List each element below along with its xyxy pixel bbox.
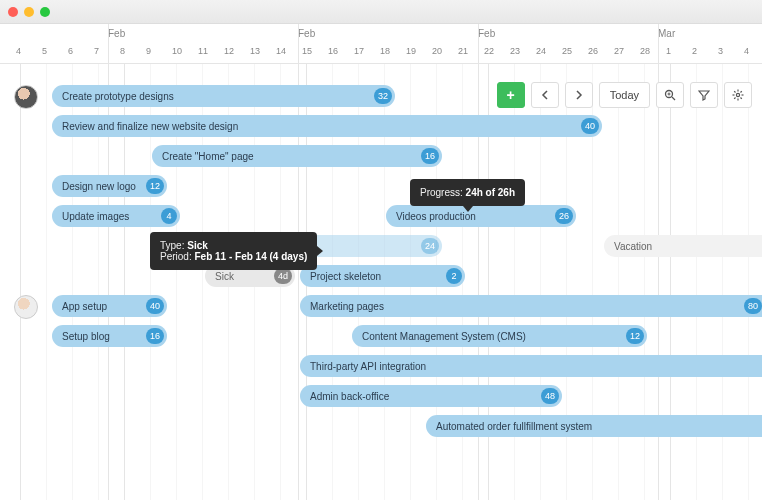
task-label: Design new logo: [62, 181, 136, 192]
day-label: 5: [42, 46, 47, 56]
task-badge: 12: [626, 328, 644, 344]
day-label: 24: [536, 46, 546, 56]
task-bar-blog[interactable]: Setup blog16: [52, 325, 167, 347]
day-label: 12: [224, 46, 234, 56]
day-label: 23: [510, 46, 520, 56]
task-bar-app[interactable]: App setup40: [52, 295, 167, 317]
window-title-bar: [0, 0, 762, 24]
day-label: 26: [588, 46, 598, 56]
day-label: 16: [328, 46, 338, 56]
next-button[interactable]: [565, 82, 593, 108]
task-label: Third-party API integration: [310, 361, 426, 372]
day-label: 15: [302, 46, 312, 56]
task-label: Review and finalize new website design: [62, 121, 238, 132]
task-label: Marketing pages: [310, 301, 384, 312]
month-label: Feb: [108, 28, 125, 39]
task-badge: 16: [146, 328, 164, 344]
tooltip-progress-value: 24h of 26h: [466, 187, 515, 198]
tooltip-type-label: Type:: [160, 240, 184, 251]
settings-button[interactable]: [724, 82, 752, 108]
task-badge: 48: [541, 388, 559, 404]
maximize-window-dot[interactable]: [40, 7, 50, 17]
svg-line-11: [734, 98, 735, 99]
task-badge: 2: [446, 268, 462, 284]
task-label: Videos production: [396, 211, 476, 222]
day-label: 7: [94, 46, 99, 56]
toolbar: + Today: [497, 82, 752, 108]
day-label: 22: [484, 46, 494, 56]
task-badge: 40: [146, 298, 164, 314]
task-badge: 24: [421, 238, 439, 254]
day-label: 19: [406, 46, 416, 56]
day-label: 3: [718, 46, 723, 56]
svg-line-10: [741, 98, 742, 99]
add-button[interactable]: +: [497, 82, 525, 108]
tooltip-period-value: Feb 11 - Feb 14 (4 days): [194, 251, 307, 262]
day-label: 6: [68, 46, 73, 56]
user-avatar-1[interactable]: [14, 85, 38, 109]
task-bar-videos[interactable]: Videos production26: [386, 205, 576, 227]
tooltip-progress-label: Progress:: [420, 187, 463, 198]
filter-button[interactable]: [690, 82, 718, 108]
day-label: 4: [744, 46, 749, 56]
task-label: Setup blog: [62, 331, 110, 342]
task-badge: 40: [581, 118, 599, 134]
prev-button[interactable]: [531, 82, 559, 108]
day-label: 2: [692, 46, 697, 56]
svg-line-1: [672, 97, 675, 100]
day-label: 20: [432, 46, 442, 56]
task-badge: 16: [421, 148, 439, 164]
close-window-dot[interactable]: [8, 7, 18, 17]
task-label: Update images: [62, 211, 129, 222]
task-bar-images[interactable]: Update images4: [52, 205, 180, 227]
task-bar-api[interactable]: Third-party API integration: [300, 355, 762, 377]
task-label: Create prototype designs: [62, 91, 174, 102]
task-label: Project skeleton: [310, 271, 381, 282]
timeline-header: FebFebFebMar4567891011121314151617181920…: [0, 24, 762, 64]
day-label: 11: [198, 46, 208, 56]
task-bar-skeleton[interactable]: Project skeleton2: [300, 265, 465, 287]
task-badge: 80: [744, 298, 762, 314]
task-badge: 4d: [274, 268, 292, 284]
sick-tooltip: Type: Sick Period: Feb 11 - Feb 14 (4 da…: [150, 232, 317, 270]
day-label: 25: [562, 46, 572, 56]
progress-tooltip: Progress: 24h of 26h: [410, 179, 525, 206]
day-label: 1: [666, 46, 671, 56]
day-label: 13: [250, 46, 260, 56]
task-label: Vacation: [614, 241, 652, 252]
task-bar-review[interactable]: Review and finalize new website design40: [52, 115, 602, 137]
zoom-button[interactable]: [656, 82, 684, 108]
task-label: Content Management System (CMS): [362, 331, 526, 342]
task-bar-fulfill[interactable]: Automated order fullfillment system: [426, 415, 762, 437]
month-label: Mar: [658, 28, 675, 39]
today-button[interactable]: Today: [599, 82, 650, 108]
task-bar-prototype[interactable]: Create prototype designs32: [52, 85, 395, 107]
task-bar-marketing[interactable]: Marketing pages80: [300, 295, 762, 317]
task-label: App setup: [62, 301, 107, 312]
task-badge: 26: [555, 208, 573, 224]
month-label: Feb: [478, 28, 495, 39]
task-bar-logo[interactable]: Design new logo12: [52, 175, 167, 197]
day-label: 9: [146, 46, 151, 56]
svg-line-9: [734, 91, 735, 92]
user-avatar-2[interactable]: [14, 295, 38, 319]
svg-point-4: [736, 93, 739, 96]
task-bar-home[interactable]: Create "Home" page16: [152, 145, 442, 167]
minimize-window-dot[interactable]: [24, 7, 34, 17]
day-label: 14: [276, 46, 286, 56]
task-badge: 32: [374, 88, 392, 104]
svg-line-12: [741, 91, 742, 92]
day-label: 17: [354, 46, 364, 56]
task-label: Sick: [215, 271, 234, 282]
task-bar-admin[interactable]: Admin back-office48: [300, 385, 562, 407]
task-bar-cms[interactable]: Content Management System (CMS)12: [352, 325, 647, 347]
month-label: Feb: [298, 28, 315, 39]
day-label: 21: [458, 46, 468, 56]
task-label: Create "Home" page: [162, 151, 254, 162]
task-bar-vac[interactable]: Vacation: [604, 235, 762, 257]
day-label: 10: [172, 46, 182, 56]
task-badge: 4: [161, 208, 177, 224]
tooltip-type-value: Sick: [187, 240, 208, 251]
task-badge: 12: [146, 178, 164, 194]
task-label: Admin back-office: [310, 391, 389, 402]
